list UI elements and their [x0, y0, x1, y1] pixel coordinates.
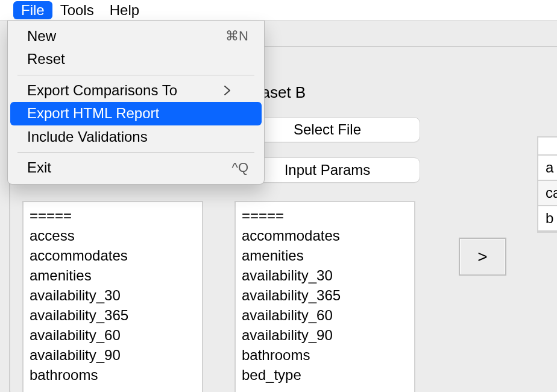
file-dropdown: New ⌘N Reset Export Comparisons To Expor…: [7, 21, 265, 185]
list-item[interactable]: amenities: [242, 245, 408, 265]
list-item[interactable]: bed_type: [242, 365, 408, 385]
menu-separator: [17, 75, 254, 75]
menu-item-label: Include Validations: [27, 129, 148, 145]
list-item[interactable]: =====: [242, 206, 408, 226]
menu-item-label: New: [27, 28, 56, 44]
list-item[interactable]: bathrooms: [242, 345, 408, 365]
menubar: File Tools Help New ⌘N Reset Export Comp…: [0, 0, 557, 21]
menu-help[interactable]: Help: [102, 1, 147, 19]
list-item[interactable]: amenities: [30, 265, 196, 285]
menu-shortcut: ⌘N: [224, 29, 248, 43]
menu-new[interactable]: New ⌘N: [8, 25, 264, 48]
table-header: [538, 138, 557, 156]
list-item[interactable]: availability_60: [30, 325, 196, 345]
table-row[interactable]: ca: [538, 181, 557, 206]
menu-item-label: Export Comparisons To: [27, 83, 177, 98]
dataset-a-listbox[interactable]: ===== access accommodates amenities avai…: [22, 201, 203, 392]
list-item[interactable]: availability_90: [30, 345, 196, 365]
menu-export-html-report[interactable]: Export HTML Report: [10, 102, 262, 125]
list-item[interactable]: bathrooms: [30, 365, 196, 385]
menu-tools[interactable]: Tools: [52, 1, 102, 19]
menu-item-label: Reset: [27, 51, 65, 67]
list-item[interactable]: availability_365: [30, 305, 196, 325]
list-item[interactable]: availability_90: [242, 325, 408, 345]
list-item[interactable]: availability_60: [242, 305, 408, 325]
list-item[interactable]: accommodates: [242, 226, 408, 245]
button-label: >: [477, 247, 487, 267]
menu-item-label: Export HTML Report: [27, 106, 159, 121]
table-row[interactable]: a: [538, 156, 557, 181]
menu-reset[interactable]: Reset: [8, 48, 264, 71]
menu-item-label: Exit: [27, 160, 51, 175]
list-item[interactable]: accommodates: [30, 245, 196, 265]
list-item[interactable]: access: [30, 226, 196, 245]
list-item[interactable]: =====: [30, 206, 196, 226]
chevron-right-icon: [224, 86, 248, 95]
menu-shortcut: ^Q: [224, 160, 248, 175]
button-label: Select File: [294, 121, 361, 138]
dataset-b-listbox[interactable]: ===== accommodates amenities availabilit…: [234, 201, 415, 392]
menu-exit[interactable]: Exit ^Q: [8, 156, 264, 179]
right-table[interactable]: a ca b: [537, 136, 557, 233]
transfer-right-button[interactable]: >: [459, 238, 506, 276]
button-label: Input Params: [285, 162, 371, 179]
menu-file[interactable]: File: [13, 1, 52, 19]
list-item[interactable]: availability_30: [30, 285, 196, 305]
menu-include-validations[interactable]: Include Validations: [8, 125, 264, 148]
menu-export-comparisons[interactable]: Export Comparisons To: [8, 79, 264, 102]
list-item[interactable]: availability_30: [242, 265, 408, 285]
menu-separator: [17, 152, 254, 153]
table-row[interactable]: b: [538, 206, 557, 232]
list-item[interactable]: availability_365: [242, 285, 408, 305]
